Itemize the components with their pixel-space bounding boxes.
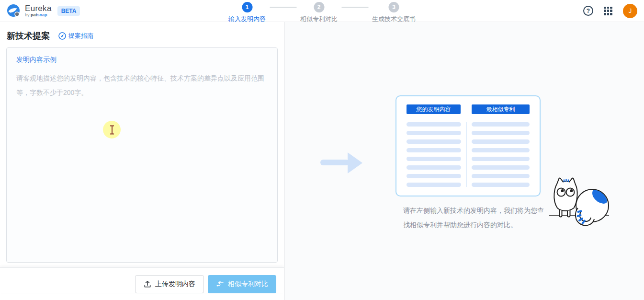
apps-grid-icon[interactable] xyxy=(604,7,612,15)
compare-patents-button[interactable]: 相似专利对比 xyxy=(208,275,276,293)
guide-link-label: 提案指南 xyxy=(68,32,93,40)
step-1-label: 输入发明内容 xyxy=(228,15,266,23)
panel-footer: 上传发明内容 相似专利对比 xyxy=(0,267,284,293)
step-3-disclosure-doc[interactable]: 3 生成技术交底书 xyxy=(372,2,416,23)
help-icon[interactable]: ? xyxy=(583,6,593,16)
skeleton-bar xyxy=(407,174,461,178)
upload-button-label: 上传发明内容 xyxy=(155,280,195,288)
skeleton-bar xyxy=(407,165,461,170)
step-2-similar-patents[interactable]: 2 相似专利对比 xyxy=(300,2,338,23)
skeleton-bar xyxy=(407,122,461,127)
panel-header: 新技术提案 提案指南 xyxy=(0,22,284,47)
skeleton-columns xyxy=(407,122,530,187)
app-header: Eureka by patsnap BETA 1 输入发明内容 2 相似专利对比… xyxy=(0,0,644,22)
compare-button-label: 相似专利对比 xyxy=(228,280,268,288)
step-1-circle: 1 xyxy=(242,2,252,12)
skeleton-bar xyxy=(472,183,530,187)
main-content: 新技术提案 提案指南 发明内容示例 请客观地描述您的发明内容，包含技术的核心特征… xyxy=(0,22,644,300)
skeleton-bar xyxy=(407,139,461,144)
step-1-input-invention[interactable]: 1 输入发明内容 xyxy=(228,2,266,23)
cat-mascot-illustration xyxy=(549,175,621,231)
skeleton-bar xyxy=(407,131,461,135)
skeleton-bar xyxy=(472,157,530,161)
illustration-tags: 您的发明内容 最相似专利 xyxy=(407,104,530,114)
brand-name: Eureka xyxy=(25,4,52,12)
logo-text: Eureka by patsnap xyxy=(25,4,52,17)
eureka-logo-icon xyxy=(7,4,21,18)
skeleton-bar xyxy=(472,122,530,127)
instruction-caption: 请在左侧输入新技术的发明内容，我们将为您查找相似专利并帮助您进行内容的对比。 xyxy=(403,203,544,232)
user-avatar[interactable]: J xyxy=(623,4,637,18)
proposal-input-panel: 新技术提案 提案指南 发明内容示例 请客观地描述您的发明内容，包含技术的核心特征… xyxy=(0,22,284,300)
example-label: 发明内容示例 xyxy=(16,56,268,64)
ibeam-cursor-icon xyxy=(109,125,115,135)
upload-icon xyxy=(144,280,151,288)
skeleton-bar xyxy=(472,174,530,178)
skeleton-column xyxy=(472,122,530,187)
compare-arrows-icon xyxy=(216,280,224,288)
beta-badge: BETA xyxy=(57,6,80,16)
column-divider xyxy=(466,122,467,187)
upload-invention-button[interactable]: 上传发明内容 xyxy=(135,275,204,293)
app-root: Eureka by patsnap BETA 1 输入发明内容 2 相似专利对比… xyxy=(0,0,644,300)
skeleton-bar xyxy=(407,148,461,152)
logo[interactable]: Eureka by patsnap BETA xyxy=(7,4,80,18)
skeleton-bar xyxy=(407,157,461,161)
compass-icon xyxy=(58,32,66,40)
text-cursor-highlight xyxy=(103,121,121,138)
skeleton-bar xyxy=(472,148,530,152)
skeleton-bar xyxy=(407,183,461,187)
skeleton-bar xyxy=(472,165,530,170)
textarea-placeholder: 请客观地描述您的发明内容，包含技术的核心特征、技术方案的差异点以及应用范围等，字… xyxy=(16,71,268,100)
your-invention-tag: 您的发明内容 xyxy=(407,104,461,114)
step-3-circle: 3 xyxy=(389,2,399,12)
right-arrow-icon xyxy=(320,152,362,173)
most-similar-patent-tag: 最相似专利 xyxy=(472,104,530,114)
skeleton-bar xyxy=(472,139,530,144)
skeleton-bar xyxy=(472,131,530,135)
proposal-guide-link[interactable]: 提案指南 xyxy=(58,32,93,40)
step-2-circle: 2 xyxy=(314,2,324,12)
brand-byline: by patsnap xyxy=(25,13,52,17)
step-connector xyxy=(270,7,296,8)
page-title: 新技术提案 xyxy=(7,30,50,42)
step-connector xyxy=(341,7,368,8)
comparison-illustration: 您的发明内容 最相似专利 xyxy=(395,95,541,196)
skeleton-column xyxy=(407,122,461,187)
header-actions: ? J xyxy=(583,4,637,18)
invention-content-textarea[interactable]: 发明内容示例 请客观地描述您的发明内容，包含技术的核心特征、技术方案的差异点以及… xyxy=(6,47,278,263)
progress-stepper: 1 输入发明内容 2 相似专利对比 3 生成技术交底书 xyxy=(228,2,416,23)
comparison-preview-panel: 您的发明内容 最相似专利 请在左侧输入新技术的发明内容，我们将为您查找相似专利并… xyxy=(284,22,644,300)
